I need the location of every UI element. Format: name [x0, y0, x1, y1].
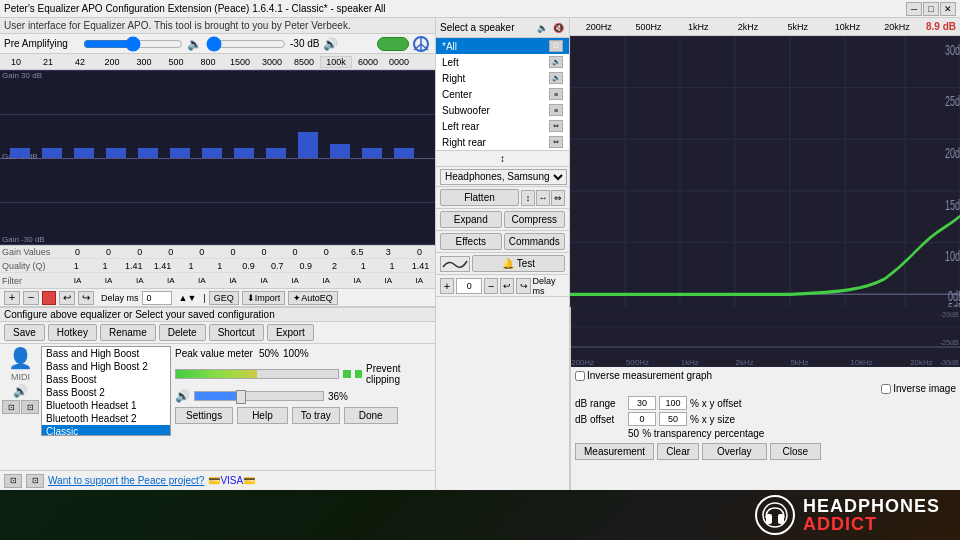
db-offset-input2[interactable]	[659, 412, 687, 426]
headphone-profile-select[interactable]: Headphones, Samsung	[440, 169, 567, 185]
speaker-item-left-rear[interactable]: Left rear ⇔	[436, 118, 569, 134]
list-item[interactable]: Bass and High Boost 2	[42, 360, 170, 373]
f-4[interactable]: IA	[155, 276, 186, 285]
shortcut-button[interactable]: Shortcut	[209, 324, 264, 341]
f-1[interactable]: IA	[62, 276, 93, 285]
f-3[interactable]: IA	[124, 276, 155, 285]
inverse-image-label[interactable]: Inverse image	[881, 383, 956, 394]
band-color-red[interactable]	[42, 291, 56, 305]
flatten-button[interactable]: Flatten	[440, 189, 519, 206]
expand-button[interactable]: Expand	[440, 211, 502, 228]
f-5[interactable]: IA	[186, 276, 217, 285]
eq-band-6000[interactable]	[362, 148, 382, 158]
remove-band-button[interactable]: −	[23, 291, 39, 305]
ch-icon-1[interactable]: ⊡	[2, 400, 20, 414]
f-7[interactable]: IA	[248, 276, 279, 285]
db-range-input1[interactable]	[628, 396, 656, 410]
export-button[interactable]: Export	[267, 324, 314, 341]
help-button[interactable]: Help	[237, 407, 288, 424]
close-graph-button[interactable]: Close	[770, 443, 822, 460]
speaker-item-center[interactable]: Center ≡	[436, 86, 569, 102]
inverse-checkbox[interactable]	[575, 371, 585, 381]
channel-icon-left[interactable]: ⊡	[4, 474, 22, 488]
sort-icon-3[interactable]: ⇔	[551, 190, 565, 206]
speaker-item-right-rear[interactable]: Right rear ⇔	[436, 134, 569, 150]
effects-button[interactable]: Effects	[440, 233, 502, 250]
f-2[interactable]: IA	[93, 276, 124, 285]
clear-button[interactable]: Clear	[657, 443, 699, 460]
list-item[interactable]: Bluetooth Headset 2	[42, 412, 170, 425]
nav-right[interactable]: ↪	[516, 278, 530, 294]
redo-button[interactable]: ↪	[78, 291, 94, 305]
ch-icon-2[interactable]: ⊡	[21, 400, 39, 414]
sort-icon-1[interactable]: ↕	[521, 190, 535, 206]
expand-arrow[interactable]: ↕	[436, 151, 569, 167]
add-band-button[interactable]: +	[4, 291, 20, 305]
nav-add[interactable]: +	[440, 278, 454, 294]
list-item-classic[interactable]: Classic	[42, 425, 170, 436]
f-12[interactable]: IA	[404, 276, 435, 285]
eq-band-42[interactable]	[74, 148, 94, 158]
measurement-button[interactable]: Measurement	[575, 443, 654, 460]
sort-icon-2[interactable]: ↔	[536, 190, 550, 206]
eq-band-21[interactable]	[42, 148, 62, 158]
db-offset-input1[interactable]	[628, 412, 656, 426]
channel-icon-right[interactable]: ⊡	[26, 474, 44, 488]
test-button[interactable]: 🔔 Test	[472, 255, 565, 272]
eq-band-500[interactable]	[170, 148, 190, 158]
close-button[interactable]: ✕	[940, 2, 956, 16]
eq-band-8500[interactable]	[298, 132, 318, 158]
maximize-button[interactable]: □	[923, 2, 939, 16]
settings-button[interactable]: Settings	[175, 407, 233, 424]
db-range-input2[interactable]	[659, 396, 687, 410]
eq-band-0000[interactable]	[394, 148, 414, 158]
eq-band-200[interactable]	[106, 148, 126, 158]
f-10[interactable]: IA	[342, 276, 373, 285]
nav-left[interactable]: ↩	[500, 278, 514, 294]
tray-button[interactable]: To tray	[292, 407, 340, 424]
list-item[interactable]: Bass and High Boost	[42, 347, 170, 360]
save-button[interactable]: Save	[4, 324, 45, 341]
done-button[interactable]: Done	[344, 407, 398, 424]
power-button[interactable]	[377, 37, 409, 51]
nav-remove[interactable]: −	[484, 278, 498, 294]
import-button[interactable]: ⬇Import	[242, 291, 286, 305]
eq-band-800[interactable]	[202, 148, 222, 158]
support-link[interactable]: Want to support the Peace project?	[48, 475, 204, 486]
inverse-checkbox-label[interactable]: Inverse measurement graph	[575, 370, 956, 381]
speaker-sound-icon[interactable]: 🔈	[535, 21, 549, 35]
f-6[interactable]: IA	[217, 276, 248, 285]
f-9[interactable]: IA	[311, 276, 342, 285]
geq-button[interactable]: GEQ	[209, 291, 239, 305]
overlay-button[interactable]: Overlay	[702, 443, 766, 460]
eq-band-300[interactable]	[138, 148, 158, 158]
speaker-mute-icon[interactable]: 🔇	[551, 21, 565, 35]
commands-button[interactable]: Commands	[504, 233, 566, 250]
config-list[interactable]: Bass and High Boost Bass and High Boost …	[41, 346, 171, 436]
speaker-item-left[interactable]: Left 🔈	[436, 54, 569, 70]
list-item[interactable]: Bass Boost	[42, 373, 170, 386]
pre-amp-slider[interactable]	[83, 37, 183, 51]
volume-slider[interactable]	[206, 37, 286, 51]
speaker-item-all[interactable]: *All ⊡	[436, 38, 569, 54]
minimize-button[interactable]: ─	[906, 2, 922, 16]
list-item[interactable]: Bluetooth Headset 1	[42, 399, 170, 412]
f-8[interactable]: IA	[280, 276, 311, 285]
delete-button[interactable]: Delete	[159, 324, 206, 341]
speaker-item-sub[interactable]: Subwoofer ≡	[436, 102, 569, 118]
list-item[interactable]: Bass Boost 2	[42, 386, 170, 399]
eq-band-100k[interactable]	[330, 144, 350, 158]
hotkey-button[interactable]: Hotkey	[48, 324, 97, 341]
autoeq-button[interactable]: ✦AutoEQ	[288, 291, 338, 305]
undo-button[interactable]: ↩	[59, 291, 75, 305]
eq-band-1500[interactable]	[234, 148, 254, 158]
compress-button[interactable]: Compress	[504, 211, 566, 228]
eq-band-10[interactable]	[10, 148, 30, 158]
speaker-item-right[interactable]: Right 🔈	[436, 70, 569, 86]
delay-input[interactable]	[142, 291, 172, 305]
eq-band-3000[interactable]	[266, 148, 286, 158]
inverse-image-checkbox[interactable]	[881, 384, 891, 394]
f-11[interactable]: IA	[373, 276, 404, 285]
volume-handle[interactable]	[236, 390, 246, 404]
rename-button[interactable]: Rename	[100, 324, 156, 341]
